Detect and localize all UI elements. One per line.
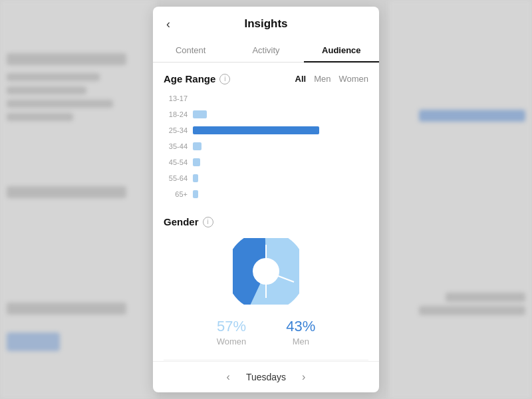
age-row-18-24: 18-24 — [164, 108, 368, 120]
age-range-header: Age Range i All Men Women — [164, 73, 368, 84]
age-row-13-17: 13-17 — [164, 92, 368, 104]
bar-65plus — [193, 190, 198, 198]
back-button[interactable]: ‹ — [164, 15, 173, 34]
gender-stats: 57% Women 43% Men — [164, 318, 368, 346]
bar-25-34 — [193, 126, 319, 134]
women-label: Women — [217, 336, 247, 346]
bar-container-45-54 — [193, 158, 368, 166]
filter-women[interactable]: Women — [338, 74, 368, 84]
bar-container-35-44 — [193, 142, 368, 150]
bar-18-24 — [193, 110, 207, 118]
age-row-45-54: 45-54 — [164, 156, 368, 168]
next-nav-button[interactable]: › — [297, 370, 311, 384]
bar-35-44 — [193, 142, 201, 150]
bar-45-54 — [193, 158, 200, 166]
women-percentage: 57% — [217, 318, 247, 335]
bar-container-65plus — [193, 190, 368, 198]
panel-header: ‹ Insights — [153, 7, 379, 31]
age-range-title: Age Range — [164, 73, 215, 84]
bar-container-13-17 — [193, 94, 368, 102]
tab-content[interactable]: Content — [153, 39, 228, 62]
age-range-filters: All Men Women — [295, 74, 368, 84]
gender-section: Gender i 57% Wom — [164, 216, 368, 346]
age-row-55-64: 55-64 — [164, 172, 368, 184]
prev-nav-button[interactable]: ‹ — [221, 370, 235, 384]
age-label-65plus: 65+ — [164, 190, 188, 198]
age-range-title-group: Age Range i — [164, 73, 230, 84]
age-label-13-17: 13-17 — [164, 94, 188, 102]
age-row-65plus: 65+ — [164, 188, 368, 200]
nav-day-label: Tuesdays — [246, 372, 286, 382]
filter-all[interactable]: All — [295, 74, 307, 84]
bar-55-64 — [193, 174, 198, 182]
age-label-35-44: 35-44 — [164, 142, 188, 150]
gender-pie-chart — [233, 238, 299, 305]
bottom-nav: ‹ Tuesdays › — [153, 361, 379, 392]
tab-audience[interactable]: Audience — [304, 39, 379, 62]
gender-header: Gender i — [164, 216, 368, 227]
bar-container-18-24 — [193, 110, 368, 118]
age-row-25-34: 25-34 — [164, 124, 368, 136]
tab-bar: Content Activity Audience — [153, 39, 379, 63]
men-percentage: 43% — [286, 318, 315, 335]
panel-body: Age Range i All Men Women 13-17 18-2 — [153, 63, 379, 361]
men-stat: 43% Men — [286, 318, 315, 346]
age-bars: 13-17 18-24 25-34 — [164, 92, 368, 200]
bar-container-55-64 — [193, 174, 368, 182]
insights-panel: ‹ Insights Content Activity Audience Age… — [153, 7, 379, 392]
age-label-25-34: 25-34 — [164, 126, 188, 134]
filter-men[interactable]: Men — [314, 74, 331, 84]
bar-container-25-34 — [193, 126, 368, 134]
gender-title: Gender — [164, 216, 199, 227]
men-label: Men — [286, 336, 315, 346]
age-range-section: Age Range i All Men Women 13-17 18-2 — [164, 73, 368, 200]
tab-activity[interactable]: Activity — [228, 39, 303, 62]
age-label-45-54: 45-54 — [164, 158, 188, 166]
age-label-18-24: 18-24 — [164, 110, 188, 118]
panel-title: Insights — [244, 17, 287, 31]
age-range-info-icon[interactable]: i — [219, 74, 230, 84]
age-row-35-44: 35-44 — [164, 140, 368, 152]
age-label-55-64: 55-64 — [164, 174, 188, 182]
gender-title-group: Gender i — [164, 216, 213, 227]
gender-info-icon[interactable]: i — [203, 217, 213, 227]
women-stat: 57% Women — [217, 318, 247, 346]
pie-container — [164, 238, 368, 305]
